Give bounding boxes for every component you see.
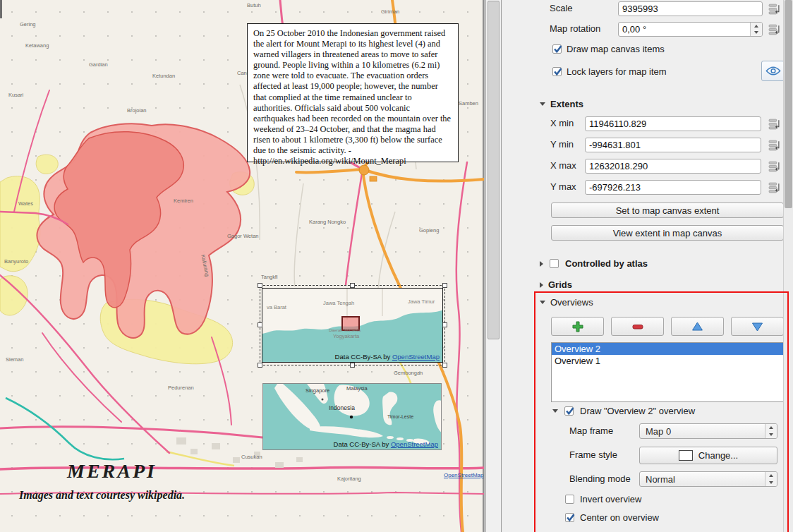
draw-canvas-items-checkbox[interactable] <box>552 44 562 54</box>
data-defined-override-icon <box>768 118 780 130</box>
osm-link-2[interactable]: OpenStreetMap <box>391 440 438 448</box>
map-label: Karang Nongko <box>309 219 346 225</box>
invert-overview-row[interactable]: Invert overview <box>565 494 641 504</box>
selection-handle-ne[interactable] <box>442 283 447 288</box>
map-title: MERAPI <box>67 460 157 483</box>
map-label: Jawa Timur <box>408 298 435 305</box>
map-label: Kusari <box>8 92 23 98</box>
view-extent-in-canvas-button[interactable]: View extent in map canvas <box>551 225 784 241</box>
window-edge <box>0 0 2 18</box>
map-frame-label: Map frame <box>569 425 613 436</box>
atlas-group-header[interactable]: Controlled by atlas <box>540 258 648 269</box>
canvas-scrollbar-thumb[interactable] <box>488 1 500 339</box>
remove-overview-button[interactable] <box>611 317 664 336</box>
map-label: Samben <box>459 100 478 107</box>
move-overview-down-button[interactable] <box>731 317 784 336</box>
lock-layers-row[interactable]: Lock layers for map item <box>552 66 667 77</box>
inset2-attribution: Data CC-By-SA by OpenStreetMap <box>334 440 438 448</box>
move-overview-up-button[interactable] <box>671 317 724 336</box>
canvas-vertical-scrollbar[interactable] <box>485 0 501 532</box>
selection-handle-se[interactable] <box>442 363 447 368</box>
map-label: va Barat <box>267 304 286 310</box>
draw-canvas-items-row[interactable]: Draw map canvas items <box>552 44 665 54</box>
add-overview-button[interactable] <box>551 317 604 336</box>
text-annotation-item[interactable]: On 25 October 2010 the Indonesian govern… <box>247 23 459 162</box>
map-label: Gardian <box>89 61 108 68</box>
selection-handle-n[interactable] <box>350 283 355 288</box>
set-to-canvas-extent-button[interactable]: Set to map canvas extent <box>551 202 784 218</box>
rotation-spinbox[interactable]: 0,00 ° <box>618 22 763 37</box>
data-defined-override-icon <box>768 3 780 15</box>
map-label: Gopleng <box>419 227 439 234</box>
center-on-overview-checkbox[interactable] <box>565 513 574 522</box>
selection-handle-w[interactable] <box>258 322 262 327</box>
minus-icon <box>632 321 643 332</box>
map-label: Gering <box>20 21 36 28</box>
blending-mode-label: Blending mode <box>569 473 631 484</box>
selection-handle-sw[interactable] <box>258 363 262 368</box>
grids-group-header[interactable]: Grids <box>540 279 572 290</box>
overview-list[interactable]: Overview 2 Overview 1 <box>551 342 784 402</box>
frame-color-swatch <box>679 450 693 461</box>
xmax-input[interactable]: 12632018.290 <box>585 159 761 174</box>
rotation-data-defined-button[interactable] <box>765 22 782 37</box>
map-label: Kemiren <box>174 198 193 204</box>
map-label: Yogyakarta <box>333 333 359 339</box>
combo-arrows <box>765 472 777 486</box>
data-defined-override-icon <box>768 23 780 35</box>
composition-paper[interactable]: ButuhGirimanGeringKetawangGardianKetunda… <box>0 0 484 532</box>
xmin-data-defined-button[interactable] <box>765 116 782 131</box>
invert-overview-checkbox[interactable] <box>565 495 574 504</box>
draw-overview-checkbox[interactable] <box>564 406 574 416</box>
map-label: Butuh <box>247 2 261 8</box>
overviews-group-header[interactable]: Overviews <box>540 297 593 308</box>
item-properties-panel: Scale 9395993 Map rotation 0,00 ° Draw m… <box>501 0 793 532</box>
ymin-data-defined-button[interactable] <box>765 138 782 152</box>
map-frame-combo[interactable]: Map 0 <box>639 423 777 439</box>
center-on-overview-row[interactable]: Center on overview <box>565 512 659 523</box>
lock-layers-checkbox[interactable] <box>552 67 562 76</box>
data-defined-override-icon <box>768 160 780 172</box>
map-label: Kajoritang <box>337 476 361 482</box>
panel-vertical-scrollbar[interactable] <box>783 0 793 532</box>
xmax-data-defined-button[interactable] <box>765 159 782 174</box>
frame-style-label: Frame style <box>569 449 617 460</box>
xmin-input[interactable]: 11946110.829 <box>585 116 761 131</box>
main-map-attribution[interactable]: OpenStreetMap <box>444 472 483 478</box>
ymax-data-defined-button[interactable] <box>765 180 782 195</box>
ymin-input[interactable]: -994631.801 <box>585 138 761 152</box>
arrow-down-icon <box>751 322 763 332</box>
atlas-checkbox[interactable] <box>550 259 559 268</box>
map-label: Ketundan <box>152 73 175 79</box>
frame-style-change-button[interactable]: Change... <box>639 447 777 464</box>
overview-list-item[interactable]: Overview 1 <box>552 355 783 367</box>
osm-link[interactable]: OpenStreetMap <box>392 353 440 361</box>
map-caption: Images and text courtesy wikipedia. <box>19 489 185 502</box>
map-label: Tangkil <box>261 274 277 280</box>
overview-list-item[interactable]: Overview 2 <box>552 343 783 355</box>
blending-mode-combo[interactable]: Normal <box>639 471 777 487</box>
panel-scrollbar-thumb[interactable] <box>785 0 792 208</box>
map-label: Timor-Leste <box>387 414 413 419</box>
map-label: Daerah Istimewa <box>329 328 361 332</box>
composer-canvas[interactable]: ButuhGirimanGeringKetawangGardianKetunda… <box>0 0 485 532</box>
scale-data-defined-button[interactable] <box>765 1 782 16</box>
expand-arrow-icon <box>540 261 543 267</box>
town-block <box>370 176 377 181</box>
selection-handle-nw[interactable] <box>258 283 262 288</box>
map-label: Banyuroto <box>4 258 28 265</box>
rotation-spin-buttons[interactable] <box>750 23 762 36</box>
draw-overview-row[interactable]: Draw "Overview 2" overview <box>552 406 695 416</box>
extents-group-header[interactable]: Extents <box>540 99 583 109</box>
selection-handle-e[interactable] <box>442 322 447 327</box>
selection-handle-s[interactable] <box>350 363 355 368</box>
center-point-marker <box>350 416 353 418</box>
overview-map-item-2[interactable]: SingaporeMalaysiaIndonesiaTimor-Leste Da… <box>262 383 442 450</box>
ymax-input[interactable]: -697926.213 <box>585 180 761 195</box>
visibility-preset-button[interactable] <box>761 61 785 81</box>
map-label: Gembongan <box>394 370 423 376</box>
scale-label: Scale <box>550 3 573 13</box>
scale-input[interactable]: 9395993 <box>618 1 763 16</box>
overview-map-item-1[interactable]: va BaratJawa TengahDaerah IstimewaYogyak… <box>262 288 443 363</box>
inset1-attribution: Data CC-By-SA by OpenStreetMap <box>335 353 440 361</box>
